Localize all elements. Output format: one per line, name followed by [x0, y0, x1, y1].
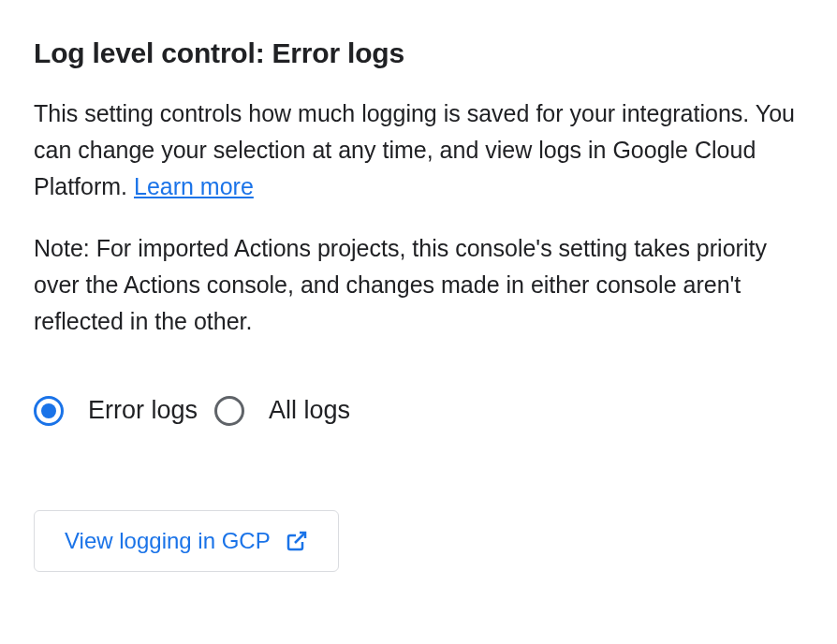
note-text: Note: For imported Actions projects, thi… — [34, 230, 803, 339]
radio-label-all-logs: All logs — [269, 396, 350, 425]
gcp-button-label: View logging in GCP — [65, 528, 271, 554]
radio-selected-icon — [34, 396, 64, 426]
view-logging-gcp-button[interactable]: View logging in GCP — [34, 510, 339, 572]
learn-more-link[interactable]: Learn more — [134, 173, 254, 199]
description-text: This setting controls how much logging i… — [34, 95, 803, 204]
radio-label-error-logs: Error logs — [88, 396, 198, 425]
radio-option-error-logs[interactable]: Error logs — [34, 396, 198, 426]
radio-unselected-icon — [214, 396, 244, 426]
radio-option-all-logs[interactable]: All logs — [214, 396, 350, 426]
log-level-heading: Log level control: Error logs — [34, 37, 803, 69]
svg-line-0 — [295, 533, 305, 543]
external-link-icon — [286, 530, 308, 552]
log-level-radio-group: Error logs All logs — [34, 396, 803, 426]
